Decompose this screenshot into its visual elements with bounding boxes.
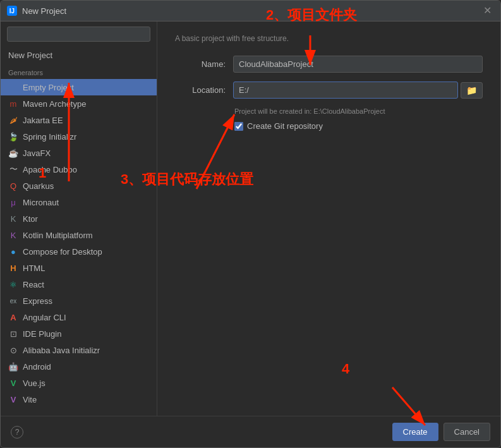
sidebar-item-apache-dubbo[interactable]: 〜 Apache Dubbo	[1, 161, 157, 178]
location-label: Location:	[175, 85, 226, 95]
sidebar-item-label-empty-project: Empty Project	[23, 83, 74, 92]
sidebar-item-label-alibaba: Alibaba Java Initializr	[23, 346, 100, 355]
sidebar-item-label-compose: Compose for Desktop	[23, 247, 102, 257]
sidebar-item-label-android: Android	[23, 362, 51, 372]
git-row: Create Git repository	[234, 121, 483, 131]
dialog-footer: ? Create Cancel	[1, 416, 500, 447]
sidebar: New Project Generators Empty Project m M…	[1, 21, 157, 416]
sidebar-item-label-jakarta: Jakarta EE	[23, 116, 63, 125]
sidebar-item-label-ide-plugin: IDE Plugin	[23, 329, 61, 339]
create-git-label[interactable]: Create Git repository	[234, 121, 323, 131]
sidebar-item-label-quarkus: Quarkus	[23, 181, 54, 191]
jakarta-icon: 🌶	[8, 115, 18, 125]
sidebar-item-express[interactable]: ex Express	[1, 293, 157, 309]
main-content: A basic project with free structure. Nam…	[157, 21, 500, 416]
ktor-icon: K	[8, 214, 18, 224]
dialog-body: New Project Generators Empty Project m M…	[1, 21, 500, 416]
close-button[interactable]: ✕	[481, 4, 494, 17]
create-git-text: Create Git repository	[247, 121, 323, 131]
sidebar-item-kotlin-multiplatform[interactable]: K Kotlin Multiplatform	[1, 227, 157, 243]
sidebar-item-ide-plugin[interactable]: ⊡ IDE Plugin	[1, 325, 157, 342]
html-icon: H	[8, 263, 18, 273]
app-icon: IJ	[7, 6, 17, 16]
sidebar-item-label-html: HTML	[23, 263, 45, 273]
javafx-icon: ☕	[8, 148, 18, 158]
browse-folder-button[interactable]: 📁	[461, 82, 483, 99]
sidebar-item-alibaba-java-initializr[interactable]: ⊙ Alibaba Java Initializr	[1, 342, 157, 358]
maven-icon: m	[8, 99, 18, 109]
express-icon: ex	[8, 296, 18, 306]
sidebar-item-compose-desktop[interactable]: ● Compose for Desktop	[1, 243, 157, 260]
vite-icon: V	[8, 394, 18, 404]
sidebar-item-html[interactable]: H HTML	[1, 260, 157, 276]
sidebar-item-react[interactable]: ⚛ React	[1, 276, 157, 293]
project-description: A basic project with free structure.	[175, 34, 483, 43]
sidebar-item-quarkus[interactable]: Q Quarkus	[1, 178, 157, 194]
alibaba-icon: ⊙	[8, 345, 18, 355]
sidebar-item-angular-cli[interactable]: A Angular CLI	[1, 309, 157, 325]
sidebar-item-javafx[interactable]: ☕ JavaFX	[1, 145, 157, 161]
spring-icon: 🍃	[8, 131, 18, 142]
name-row: Name:	[175, 56, 483, 73]
title-bar: IJ New Project ✕	[1, 1, 500, 21]
quarkus-icon: Q	[8, 181, 18, 191]
sidebar-item-empty-project[interactable]: Empty Project	[1, 79, 157, 95]
sidebar-item-micronaut[interactable]: μ Micronaut	[1, 194, 157, 210]
sidebar-item-label-spring: Spring Initializr	[23, 132, 76, 142]
sidebar-item-maven-archetype[interactable]: m Maven Archetype	[1, 95, 157, 112]
compose-icon: ●	[8, 246, 18, 257]
sidebar-item-new-project[interactable]: New Project	[1, 47, 157, 64]
dialog-title: New Project	[22, 6, 66, 16]
search-input[interactable]	[7, 27, 150, 42]
sidebar-item-label-micronaut: Micronaut	[23, 198, 59, 207]
location-wrapper: 📁	[233, 82, 483, 99]
create-button[interactable]: Create	[392, 423, 438, 441]
cancel-button[interactable]: Cancel	[444, 423, 490, 441]
sidebar-item-vue-js[interactable]: V Vue.js	[1, 375, 157, 391]
path-hint: Project will be created in: E:\CloudAlib…	[234, 107, 483, 115]
name-input[interactable]	[233, 56, 483, 73]
sidebar-item-label-vue: Vue.js	[23, 378, 45, 388]
sidebar-item-label-vite: Vite	[23, 395, 37, 404]
sidebar-item-label-express: Express	[23, 296, 52, 306]
empty-project-icon	[8, 82, 18, 92]
sidebar-item-label-angular: Angular CLI	[23, 313, 66, 322]
location-input[interactable]	[233, 82, 458, 99]
sidebar-item-label-kotlin: Kotlin Multiplatform	[23, 231, 93, 240]
title-bar-left: IJ New Project	[7, 6, 66, 16]
search-box	[1, 21, 157, 47]
sidebar-item-android[interactable]: 🤖 Android	[1, 358, 157, 375]
vue-icon: V	[8, 378, 18, 388]
location-row: Location: 📁	[175, 82, 483, 99]
sidebar-item-jakarta-ee[interactable]: 🌶 Jakarta EE	[1, 112, 157, 128]
sidebar-item-label-javafx: JavaFX	[23, 148, 51, 158]
react-icon: ⚛	[8, 279, 18, 289]
sidebar-item-ktor[interactable]: K Ktor	[1, 210, 157, 227]
sidebar-item-vite[interactable]: V Vite	[1, 391, 157, 408]
sidebar-item-spring-initializr[interactable]: 🍃 Spring Initializr	[1, 128, 157, 145]
sidebar-item-label-maven: Maven Archetype	[23, 99, 86, 109]
ide-plugin-icon: ⊡	[8, 329, 18, 339]
sidebar-item-label-react: React	[23, 280, 44, 289]
dubbo-icon: 〜	[8, 164, 18, 174]
android-icon: 🤖	[8, 361, 18, 372]
micronaut-icon: μ	[8, 197, 18, 207]
kotlin-icon: K	[8, 230, 18, 240]
generators-label: Generators	[1, 64, 157, 79]
sidebar-item-label-dubbo: Apache Dubbo	[23, 165, 77, 174]
name-label: Name:	[175, 59, 226, 69]
create-git-checkbox[interactable]	[234, 122, 243, 131]
angular-icon: A	[8, 312, 18, 322]
help-button[interactable]: ?	[11, 426, 23, 439]
new-project-dialog: IJ New Project ✕ New Project Generators …	[0, 0, 501, 448]
sidebar-item-label-ktor: Ktor	[23, 214, 38, 224]
